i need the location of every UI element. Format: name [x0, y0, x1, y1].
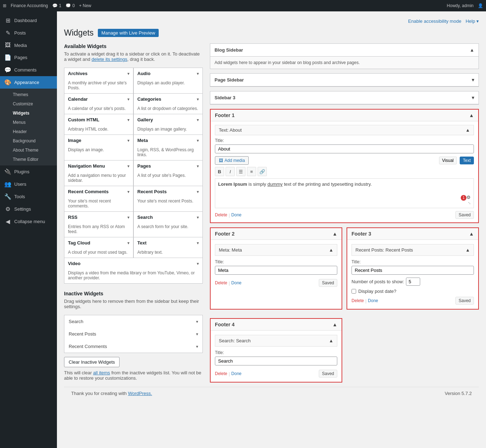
- link-btn[interactable]: 🔗: [258, 167, 267, 176]
- footer1-header[interactable]: Footer 1 ▲: [211, 110, 478, 121]
- widget-image[interactable]: Image ▾ Displays an image.: [64, 135, 133, 160]
- inactive-widget-search[interactable]: Search ▾: [64, 315, 203, 328]
- footer3-done-link[interactable]: Done: [368, 298, 378, 303]
- sidebar-item-theme-editor[interactable]: Theme Editor: [0, 155, 57, 164]
- sidebar-item-pages[interactable]: 📄 Pages: [0, 51, 57, 64]
- sidebar-item-menus[interactable]: Menus: [0, 118, 57, 127]
- editor-content-area[interactable]: Lorem Ipsum is simply dummy text of the …: [215, 178, 474, 208]
- widget-text[interactable]: Text ▾ Arbitrary text.: [133, 237, 203, 258]
- all-items-link[interactable]: all items: [93, 370, 110, 375]
- widget-meta[interactable]: Meta ▾ Login, RSS, & WordPress.org links…: [133, 135, 203, 160]
- widget-recent-posts[interactable]: Recent Posts ▾ Your site's most recent P…: [133, 186, 203, 212]
- sidebar-item-comments[interactable]: 💬 Comments: [0, 64, 57, 76]
- text-btn[interactable]: Text: [460, 157, 474, 164]
- footer2-header[interactable]: Footer 2 ▲: [211, 228, 342, 240]
- sidebar-item-posts[interactable]: ✎ Posts: [0, 27, 57, 39]
- widget-video[interactable]: Video ▾ Displays a video from the media …: [64, 258, 203, 284]
- widget-search[interactable]: Search ▾ A search form for your site.: [133, 212, 203, 237]
- page-sidebar-header[interactable]: Page Sidebar ▾: [210, 74, 479, 86]
- footer4-done-link[interactable]: Done: [231, 371, 242, 376]
- user-avatar[interactable]: 👤: [478, 3, 483, 8]
- footer2-saved-button[interactable]: Saved: [319, 279, 337, 287]
- sidebar-item-media[interactable]: 🖼 Media: [0, 39, 57, 51]
- italic-btn[interactable]: I: [226, 167, 235, 176]
- footer3-saved-button[interactable]: Saved: [455, 297, 474, 305]
- widget-audio[interactable]: Audio ▾ Displays an audio player.: [133, 68, 203, 94]
- sidebar-item-background[interactable]: Background: [0, 136, 57, 146]
- footer4-header[interactable]: Footer 4 ▲: [211, 319, 342, 331]
- sidebar-item-users[interactable]: 👥 Users: [0, 178, 57, 190]
- site-name[interactable]: Finance Accounting: [11, 3, 48, 8]
- comments-icon-link[interactable]: 💬 1: [52, 3, 62, 8]
- main-layout: ⊞ Dashboard ✎ Posts 🖼 Media 📄 Pages 💬 Co…: [0, 11, 486, 448]
- footer2-title-input[interactable]: [215, 266, 337, 275]
- inactive-widget-recent-posts[interactable]: Recent Posts ▾: [64, 328, 203, 341]
- chevron-down-icon: ▾: [127, 71, 130, 76]
- blog-sidebar-header[interactable]: Blog Sidebar ▲: [210, 44, 479, 57]
- resize-handle[interactable]: ⤡: [218, 201, 471, 205]
- footer1-actions: Delete | Done Saved: [215, 211, 474, 219]
- search-search-header[interactable]: Search: Search ▲: [215, 335, 337, 347]
- widget-rss[interactable]: RSS ▾ Entries from any RSS or Atom feed.: [64, 212, 133, 237]
- widget-navigation-menu[interactable]: Navigation Menu ▾ Add a navigation menu …: [64, 160, 133, 186]
- chevron-down-icon: ▾: [197, 71, 199, 76]
- footer4-delete-link[interactable]: Delete: [215, 371, 227, 376]
- sidebar3-header[interactable]: Sidebar 3 ▾: [210, 91, 479, 104]
- widget-recent-comments[interactable]: Recent Comments ▾ Your site's most recen…: [64, 186, 133, 212]
- footer2-delete-link[interactable]: Delete: [215, 280, 227, 285]
- visual-btn[interactable]: Visual: [439, 157, 457, 164]
- widget-archives[interactable]: Archives ▾ A monthly archive of your sit…: [64, 68, 133, 94]
- footer3-header[interactable]: Footer 3 ▲: [347, 228, 478, 240]
- widget-tag-cloud[interactable]: Tag Cloud ▾ A cloud of your most used ta…: [64, 237, 133, 258]
- unordered-list-btn[interactable]: ☰: [236, 167, 245, 176]
- enable-accessibility-link[interactable]: Enable accessibility mode: [408, 19, 461, 24]
- footer2-done-link[interactable]: Done: [231, 280, 242, 285]
- widget-categories[interactable]: Categories ▾ A list or dropdown of categ…: [133, 94, 203, 114]
- chevron-up-icon: ▲: [469, 112, 474, 118]
- footer1-saved-button[interactable]: Saved: [455, 211, 474, 219]
- sidebar-item-collapse[interactable]: ◀ Collapse menu: [0, 215, 57, 228]
- inactive-widgets-section: Inactive Widgets Drag widgets here to re…: [64, 291, 203, 381]
- footer3-title-input[interactable]: [352, 266, 474, 275]
- footer3-delete-link[interactable]: Delete: [352, 298, 364, 303]
- messages-icon-link[interactable]: 💭 0: [65, 3, 75, 8]
- new-item-button[interactable]: + New: [79, 3, 91, 8]
- footer1-delete-link[interactable]: Delete: [215, 212, 227, 217]
- footer4-saved-button[interactable]: Saved: [319, 370, 337, 378]
- wp-logo-icon[interactable]: ⊞: [3, 3, 6, 8]
- add-media-button[interactable]: 🖼 Add media: [215, 156, 249, 165]
- ordered-list-btn[interactable]: ≡: [247, 167, 256, 176]
- sidebar-item-widgets[interactable]: Widgets: [0, 109, 57, 118]
- clear-inactive-widgets-button[interactable]: Clear Inactive Widgets: [64, 357, 120, 367]
- help-button[interactable]: Help ▾: [466, 19, 479, 24]
- sidebar-item-settings[interactable]: ⚙ Settings: [0, 203, 57, 215]
- posts-icon: ✎: [4, 30, 11, 36]
- text-about-header[interactable]: Text: About ▲: [215, 125, 474, 135]
- meta-meta-header[interactable]: Meta: Meta ▲: [215, 244, 337, 256]
- sidebar-item-dashboard[interactable]: ⊞ Dashboard: [0, 14, 57, 27]
- inactive-widget-recent-comments[interactable]: Recent Comments ▾: [64, 340, 203, 353]
- wordpress-link[interactable]: WordPress.: [128, 391, 152, 396]
- sidebar-item-customize[interactable]: Customize: [0, 99, 57, 109]
- chevron-down-icon: ▾: [196, 319, 198, 324]
- sidebar-item-plugins[interactable]: 🔌 Plugins: [0, 165, 57, 178]
- widget-pages[interactable]: Pages ▾ A list of your site's Pages.: [133, 160, 203, 186]
- sidebar-item-appearance[interactable]: 🎨 Appearance: [0, 76, 57, 89]
- widget-custom-html[interactable]: Custom HTML ▾ Arbitrary HTML code.: [64, 114, 133, 135]
- sidebar-item-themes[interactable]: Themes: [0, 90, 57, 99]
- footer1-done-link[interactable]: Done: [231, 212, 242, 217]
- sidebar-item-tools[interactable]: 🔧 Tools: [0, 190, 57, 203]
- num-posts-input[interactable]: [406, 278, 420, 286]
- recent-posts-header[interactable]: Recent Posts: Recent Posts ▲: [352, 244, 474, 256]
- manage-live-preview-button[interactable]: Manage with Live Preview: [98, 29, 159, 37]
- footer4-title-input[interactable]: [215, 357, 337, 365]
- footer1-title-input[interactable]: [215, 144, 474, 153]
- chevron-down-icon: ▾: [127, 97, 130, 102]
- sidebar-item-header[interactable]: Header: [0, 127, 57, 136]
- display-date-checkbox[interactable]: [352, 289, 356, 294]
- widget-calendar[interactable]: Calendar ▾ A calendar of your site's pos…: [64, 94, 133, 114]
- sidebar-item-about-theme[interactable]: About Theme: [0, 146, 57, 155]
- widget-gallery[interactable]: Gallery ▾ Displays an image gallery.: [133, 114, 203, 135]
- bold-btn[interactable]: B: [215, 167, 224, 176]
- footer3-body: Recent Posts: Recent Posts ▲ Title: Numb…: [347, 240, 478, 309]
